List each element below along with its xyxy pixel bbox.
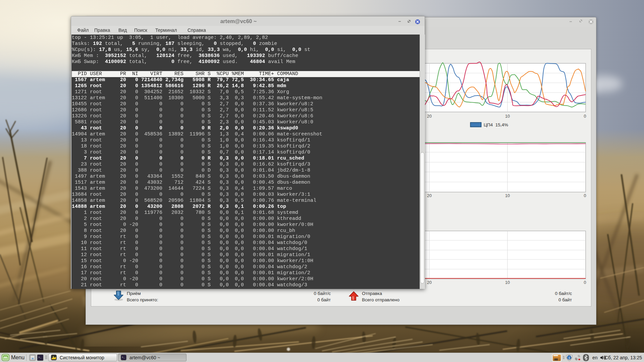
- svg-text:0 байт/с: 0 байт/с: [555, 291, 572, 296]
- svg-text:10: 10: [505, 280, 510, 285]
- svg-text:Отправка: Отправка: [362, 291, 382, 296]
- svg-text:Всего отправлено: Всего отправлено: [362, 297, 399, 302]
- svg-text:Приём: Приём: [127, 291, 141, 296]
- svg-text:i: i: [569, 356, 570, 360]
- svg-text:0 байт: 0 байт: [317, 297, 331, 302]
- svg-text:10: 10: [505, 193, 510, 198]
- svg-text:20: 20: [427, 114, 432, 119]
- svg-text:0: 0: [584, 114, 586, 119]
- svg-text:0: 0: [584, 280, 586, 285]
- svg-text:ЦП4 15,4%: ЦП4 15,4%: [484, 122, 508, 127]
- svg-text:>_: >_: [122, 356, 125, 359]
- svg-text:Всего принято:: Всего принято:: [127, 297, 158, 302]
- svg-text:0 байт/с: 0 байт/с: [314, 291, 331, 296]
- svg-text:>_: >_: [38, 356, 42, 359]
- svg-text:20: 20: [427, 193, 432, 198]
- svg-text:0 байт: 0 байт: [558, 297, 572, 302]
- svg-text:10: 10: [505, 114, 510, 119]
- svg-text:20: 20: [427, 280, 432, 285]
- svg-text:0: 0: [584, 193, 586, 198]
